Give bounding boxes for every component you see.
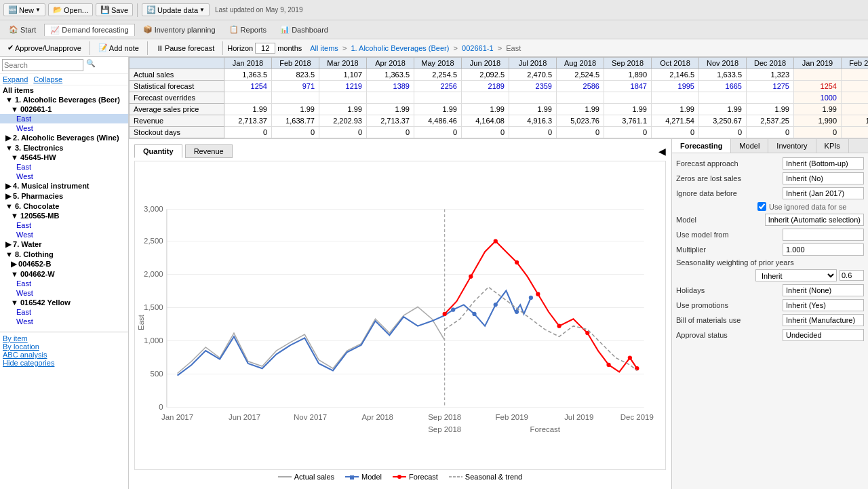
cell-price-dec2018[interactable]: 1.99 (747, 104, 794, 115)
hide-categories-link[interactable]: Hide categories (3, 359, 125, 367)
sidebar-item-002661[interactable]: ▼ 002661-1 (0, 104, 128, 114)
cell-actual-oct2018[interactable]: 2,146.5 (652, 69, 699, 81)
sidebar-item-chocolate[interactable]: ▼ 6. Chocolate (0, 201, 128, 211)
sidebar-item-45645[interactable]: ▼ 45645-HW (0, 153, 128, 162)
cell-price-aug2018[interactable]: 1.99 (557, 104, 604, 115)
cell-rev-dec2018[interactable]: 2,537.25 (747, 115, 794, 127)
cell-stat-oct2018[interactable]: 1995 (652, 81, 699, 92)
update-data-button[interactable]: 🔄 Update data ▼ (142, 3, 210, 16)
sidebar-item-west-electronics[interactable]: West (0, 172, 128, 181)
cell-rev-aug2018[interactable]: 5,023.76 (557, 115, 604, 127)
chart-tab-revenue[interactable]: Revenue (185, 144, 233, 158)
cell-rev-jan2019[interactable]: 1,990 (794, 115, 842, 127)
cell-actual-aug2018[interactable]: 2,524.5 (557, 69, 604, 81)
cell-rev-sep2018[interactable]: 3,761.1 (604, 115, 652, 127)
search-icon[interactable]: 🔍 (86, 59, 96, 71)
value-model[interactable]: Inherit (Automatic selection) (765, 214, 864, 226)
cell-stock-jun2018[interactable]: 0 (462, 127, 509, 138)
cell-stat-sep2018[interactable]: 1847 (604, 81, 652, 92)
input-seasonality-weight[interactable] (840, 270, 864, 281)
cell-override-sep2018[interactable] (604, 92, 652, 104)
cell-override-nov2018[interactable] (699, 92, 747, 104)
sidebar-item-beer[interactable]: ▼ 1. Alcoholic Beverages (Beer) (0, 95, 128, 104)
cell-rev-feb2019[interactable]: 1,791 (842, 115, 869, 127)
cell-override-jan2018[interactable] (224, 92, 272, 104)
cell-price-feb2019[interactable]: 1.99 (842, 104, 869, 115)
use-ignored-checkbox[interactable] (757, 202, 766, 211)
tab-inventory-planning[interactable]: 📦 Inventory planning (138, 24, 221, 35)
cell-actual-feb2019[interactable] (842, 69, 869, 81)
cell-stat-apr2018[interactable]: 1389 (367, 81, 414, 92)
cell-price-jun2018[interactable]: 1.99 (462, 104, 509, 115)
sidebar-item-west-016542[interactable]: West (0, 317, 128, 326)
cell-override-jul2018[interactable] (509, 92, 557, 104)
cell-override-oct2018[interactable] (652, 92, 699, 104)
cell-stock-feb2018[interactable]: 0 (272, 127, 319, 138)
value-promotions[interactable]: Inherit (Yes) (783, 299, 864, 311)
sidebar-item-016542[interactable]: ▼ 016542 Yellow (0, 298, 128, 307)
panel-tab-model[interactable]: Model (731, 139, 768, 153)
sidebar-item-musical[interactable]: ▶ 4. Musical instrument (0, 181, 128, 191)
value-bom[interactable]: Inherit (Manufacture) (783, 314, 864, 326)
sidebar-item-west-chocolate[interactable]: West (0, 230, 128, 239)
value-forecast-approach[interactable]: Inherit (Bottom-up) (783, 157, 864, 170)
cell-stat-jan2018[interactable]: 1254 (224, 81, 272, 92)
cell-rev-apr2018[interactable]: 2,713.37 (367, 115, 414, 127)
cell-override-may2018[interactable] (414, 92, 462, 104)
cell-override-feb2018[interactable] (272, 92, 319, 104)
sidebar-item-west-beer[interactable]: West (0, 123, 128, 133)
sidebar-item-east-clothing[interactable]: East (0, 279, 128, 288)
cell-stat-dec2018[interactable]: 1275 (747, 81, 794, 92)
cell-rev-nov2018[interactable]: 3,250.67 (699, 115, 747, 127)
search-input[interactable] (2, 59, 83, 71)
cell-override-jan2019[interactable]: 1000 (794, 92, 842, 104)
cell-stat-jan2019[interactable]: 1254 (794, 81, 842, 92)
cell-stock-aug2018[interactable]: 0 (557, 127, 604, 138)
sidebar-item-pharmacies[interactable]: ▶ 5. Pharmacies (0, 191, 128, 201)
value-holidays[interactable]: Inherit (None) (783, 284, 864, 296)
cell-price-oct2018[interactable]: 1.99 (652, 104, 699, 115)
cell-actual-jan2019[interactable] (794, 69, 842, 81)
cell-price-apr2018[interactable]: 1.99 (367, 104, 414, 115)
chart-tab-quantity[interactable]: Quantity (134, 144, 182, 158)
new-dropdown-arrow[interactable]: ▼ (35, 7, 41, 13)
sidebar-item-west-clothing[interactable]: West (0, 288, 128, 298)
cell-actual-jul2018[interactable]: 2,470.5 (509, 69, 557, 81)
cell-stat-may2018[interactable]: 2256 (414, 81, 462, 92)
cell-override-dec2018[interactable] (747, 92, 794, 104)
cell-stat-feb2018[interactable]: 971 (272, 81, 319, 92)
cell-rev-mar2018[interactable]: 2,202.93 (319, 115, 367, 127)
sidebar-item-east-beer[interactable]: East (0, 114, 128, 123)
cell-override-jun2018[interactable] (462, 92, 509, 104)
cell-override-mar2018[interactable] (319, 92, 367, 104)
panel-tab-forecasting[interactable]: Forecasting (672, 139, 731, 153)
panel-tab-inventory[interactable]: Inventory (768, 139, 816, 153)
cell-stat-feb2019[interactable]: 971 (842, 81, 869, 92)
sidebar-item-wine[interactable]: ▶ 2. Alcoholic Beverages (Wine) (0, 133, 128, 143)
pause-forecast-button[interactable]: ⏸ Pause forecast (152, 43, 218, 54)
value-multiplier[interactable]: 1.000 (783, 243, 864, 256)
add-note-button[interactable]: 📝 Add note (94, 42, 143, 54)
cell-actual-nov2018[interactable]: 1,633.5 (699, 69, 747, 81)
cell-price-sep2018[interactable]: 1.99 (604, 104, 652, 115)
value-approval[interactable]: Undecided (783, 329, 864, 341)
cell-price-mar2018[interactable]: 1.99 (319, 104, 367, 115)
tab-dashboard[interactable]: 📊 Dashboard (275, 24, 334, 35)
breadcrumb-item[interactable]: 002661-1 (462, 44, 494, 52)
sidebar-item-004662[interactable]: ▼ 004662-W (0, 269, 128, 279)
update-dropdown-arrow[interactable]: ▼ (199, 7, 205, 13)
cell-stock-jul2018[interactable]: 0 (509, 127, 557, 138)
cell-price-jan2018[interactable]: 1.99 (224, 104, 272, 115)
cell-stat-jun2018[interactable]: 2189 (462, 81, 509, 92)
cell-actual-jan2018[interactable]: 1,363.5 (224, 69, 272, 81)
tab-reports[interactable]: 📋 Reports (224, 24, 273, 35)
cell-stock-jan2018[interactable]: 0 (224, 127, 272, 138)
cell-stock-dec2018[interactable]: 0 (747, 127, 794, 138)
cell-rev-jun2018[interactable]: 4,164.08 (462, 115, 509, 127)
sidebar-item-east-electronics[interactable]: East (0, 162, 128, 172)
breadcrumb-category[interactable]: 1. Alcoholic Beverages (Beer) (351, 44, 449, 52)
input-use-model-from[interactable] (783, 229, 864, 241)
cell-stat-nov2018[interactable]: 1665 (699, 81, 747, 92)
sidebar-item-east-016542[interactable]: East (0, 307, 128, 317)
value-zeros[interactable]: Inherit (No) (783, 172, 864, 184)
